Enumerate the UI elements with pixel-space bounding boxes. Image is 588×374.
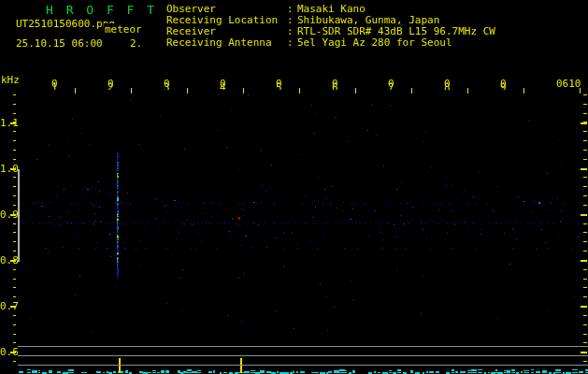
x-minute-tick xyxy=(411,88,412,94)
y-minor-tick-left xyxy=(13,223,16,224)
panel-divider-line xyxy=(18,355,588,356)
y-minor-tick-right xyxy=(583,324,587,325)
x-minute-tick xyxy=(355,88,356,94)
y-minor-tick-left xyxy=(13,324,16,325)
y-minor-tick-left xyxy=(13,296,16,297)
y-minor-tick-left xyxy=(13,94,16,95)
echo-count: 2. xyxy=(130,37,142,50)
y-minor-tick-left xyxy=(13,150,16,151)
freq-range-marker-bar xyxy=(18,169,20,262)
x-minute-tick xyxy=(75,88,76,94)
hrofft-output-screen: H R O F F T UT2510150600.png meteor 25.1… xyxy=(0,0,588,374)
y-minor-tick-right xyxy=(583,94,587,95)
observation-datetime: 25.10.15 06:00 xyxy=(16,37,103,50)
y-minor-tick-right xyxy=(583,140,587,141)
x-tick-label: 0604 xyxy=(220,78,226,90)
y-minor-tick-right xyxy=(583,122,587,122)
app-title: H R O F F T xyxy=(46,3,157,17)
spectrogram-canvas xyxy=(0,0,588,374)
x-minute-tick xyxy=(243,88,244,94)
y-minor-tick-right xyxy=(583,223,587,224)
y-minor-tick-left xyxy=(13,260,16,261)
x-tick-label: 0608 xyxy=(444,78,451,90)
y-minor-tick-right xyxy=(583,214,587,215)
y-minor-tick-left xyxy=(13,205,16,206)
y-minor-tick-right xyxy=(583,352,587,352)
y-minor-tick-left xyxy=(13,159,16,160)
y-minor-tick-left xyxy=(13,279,16,280)
y-minor-tick-left xyxy=(13,122,16,122)
y-minor-tick-left xyxy=(13,306,16,307)
output-filename: UT2510150600.png xyxy=(16,18,115,30)
x-tick-label: 0603 xyxy=(164,78,170,90)
y-minor-tick-right xyxy=(583,150,587,151)
y-minor-tick-left xyxy=(13,177,16,178)
y-minor-tick-left xyxy=(13,352,16,352)
y-minor-tick-left xyxy=(13,334,16,335)
x-tick-label: 0610 xyxy=(556,78,581,90)
y-minor-tick-right xyxy=(583,186,587,187)
x-tick-label: 0609 xyxy=(500,78,507,90)
observation-mode-label: meteor xyxy=(104,23,143,36)
station-info-row: Receiving Antenna:5el Yagi Az 280 for Se… xyxy=(166,37,495,49)
y-minor-tick-right xyxy=(583,315,587,316)
y-minor-tick-left xyxy=(13,168,16,169)
y-minor-tick-left xyxy=(13,315,16,316)
y-minor-tick-left xyxy=(13,104,16,105)
x-tick-label: 0607 xyxy=(388,78,394,90)
y-minor-tick-right xyxy=(583,306,587,307)
y-minor-tick-left xyxy=(13,361,16,362)
y-minor-tick-left xyxy=(13,195,16,196)
x-minute-tick xyxy=(187,88,188,94)
info-label: Receiving Antenna xyxy=(166,37,287,49)
x-tick-label: 0605 xyxy=(276,78,282,90)
y-minor-tick-left xyxy=(13,342,16,343)
y-minor-tick-left xyxy=(13,113,16,114)
y-minor-tick-right xyxy=(583,168,587,169)
y-major-tick-left xyxy=(10,122,16,124)
y-minor-tick-left xyxy=(13,186,16,187)
y-minor-tick-left xyxy=(13,251,16,252)
y-minor-tick-left xyxy=(13,287,16,288)
x-minute-tick xyxy=(467,88,468,94)
y-minor-tick-left xyxy=(13,269,16,270)
x-minute-tick xyxy=(299,88,300,94)
x-tick-label: 0602 xyxy=(108,78,114,90)
info-value: 5el Yagi Az 280 for Seoul xyxy=(297,37,452,49)
y-minor-tick-right xyxy=(583,260,587,261)
y-minor-tick-right xyxy=(583,251,587,252)
y-minor-tick-right xyxy=(583,334,587,335)
station-info-table: Observer:Masaki KanoReceiving Location:S… xyxy=(166,4,495,49)
y-minor-tick-left xyxy=(13,232,16,233)
y-minor-tick-right xyxy=(583,159,587,160)
y-minor-tick-left xyxy=(13,140,16,141)
panel-divider-line xyxy=(18,346,588,347)
y-minor-tick-right xyxy=(583,232,587,233)
x-minute-tick xyxy=(523,88,524,94)
y-minor-tick-right xyxy=(583,131,587,132)
info-colon: : xyxy=(287,37,297,49)
y-minor-tick-right xyxy=(583,195,587,196)
y-major-tick-right xyxy=(581,122,587,124)
y-minor-tick-right xyxy=(583,269,587,270)
y-axis-unit-label: kHz xyxy=(1,74,20,86)
y-minor-tick-left xyxy=(13,131,16,132)
x-tick-label: 0606 xyxy=(332,78,338,90)
x-minute-tick xyxy=(131,88,132,94)
y-minor-tick-right xyxy=(583,104,587,105)
y-minor-tick-right xyxy=(583,113,587,114)
y-minor-tick-right xyxy=(583,241,587,242)
y-minor-tick-left xyxy=(13,241,16,242)
y-minor-tick-left xyxy=(13,214,16,215)
y-minor-tick-right xyxy=(583,287,587,288)
x-minute-tick xyxy=(580,88,581,94)
y-minor-tick-right xyxy=(583,361,587,362)
y-minor-tick-right xyxy=(583,342,587,343)
y-minor-tick-right xyxy=(583,177,587,178)
x-tick-label: 0601 xyxy=(51,78,58,90)
y-minor-tick-right xyxy=(583,279,587,280)
y-minor-tick-right xyxy=(583,205,587,206)
panel-divider-line xyxy=(18,365,588,366)
y-minor-tick-right xyxy=(583,296,587,297)
